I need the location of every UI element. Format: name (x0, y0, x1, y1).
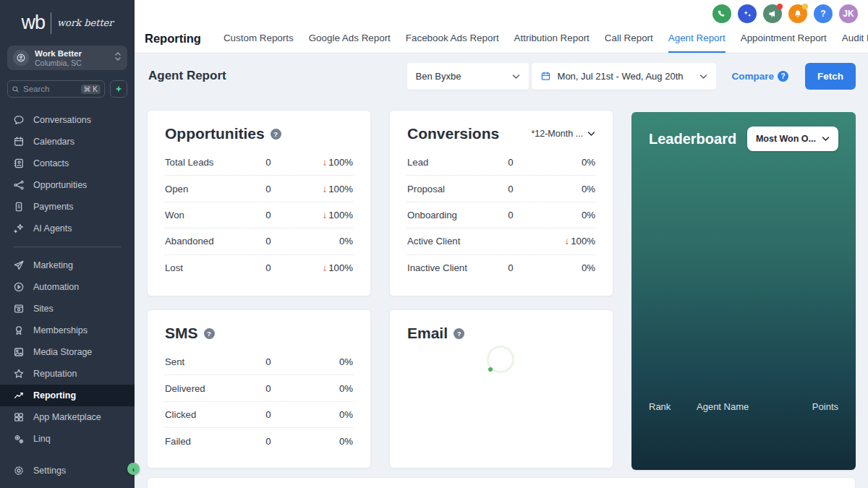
help-button[interactable]: ? (814, 4, 833, 23)
sidebar-item-label: Contacts (33, 158, 69, 168)
notification-dot (777, 4, 783, 9)
sidebar-item-opportunities[interactable]: Opportunities (0, 174, 135, 196)
sidebar-item-label: Marketing (33, 260, 73, 270)
tab-custom-reports[interactable]: Custom Reports (224, 24, 294, 53)
help-icon[interactable]: ? (454, 328, 464, 339)
stat-row: Failed00% (165, 428, 353, 454)
compare-link[interactable]: Compare ? (731, 71, 788, 82)
dollar-document-icon: $ (13, 201, 25, 213)
account-chevron-updown-icon (114, 51, 122, 64)
sidebar: wb work better Work Better Columbia, SC … (0, 0, 135, 488)
sidebar-collapse-button[interactable]: ‹ (127, 463, 140, 475)
sidebar-item-label: Sites (33, 304, 54, 314)
sidebar-divider (13, 247, 122, 247)
email-card: Email? (389, 309, 613, 468)
sidebar-item-app-marketplace[interactable]: App Marketplace (0, 406, 135, 428)
date-range-picker[interactable]: Mon, Jul 21st - Wed, Aug 20th (532, 63, 717, 90)
spark-icon (114, 85, 123, 93)
sidebar-item-media-storage[interactable]: Media Storage (0, 341, 135, 363)
agent-select[interactable]: Ben Byxbe (407, 63, 529, 90)
date-range-value: Mon, Jul 21st - Wed, Aug 20th (558, 71, 684, 82)
phone-button[interactable] (712, 4, 731, 23)
svg-text:$: $ (17, 204, 20, 209)
chevron-down-icon (587, 129, 595, 139)
announcements-button[interactable] (763, 4, 782, 23)
stat-row: Lead0↓0% (407, 150, 595, 176)
search-shortcut: ⌘ K (81, 85, 101, 94)
sidebar-item-ai-agents[interactable]: AI Agents (0, 218, 135, 239)
sidebar-item-label: Media Storage (33, 347, 92, 357)
ai-assistant-button[interactable] (738, 4, 757, 23)
sidebar-item-label: Memberships (33, 325, 88, 335)
search-input[interactable]: Search ⌘ K (7, 80, 105, 98)
sidebar-item-linq[interactable]: Linq (0, 428, 135, 450)
stat-row: Clicked00% (165, 402, 353, 428)
conversions-card: Conversions *12-Month ... Lead0↓0% Propo… (389, 110, 613, 296)
fetch-button[interactable]: Fetch (805, 63, 856, 90)
calendar-icon (540, 71, 551, 82)
sidebar-item-sites[interactable]: Sites (0, 298, 135, 320)
account-location: Columbia, SC (35, 59, 109, 67)
brand-wordmark: work better (57, 17, 114, 28)
conversions-filter-select[interactable]: *12-Month ... (531, 129, 595, 139)
tab-audit-report[interactable]: Audit Report (842, 24, 868, 53)
leaderboard-column-headers: Rank Agent Name Points (649, 401, 838, 412)
help-icon: ? (778, 71, 788, 82)
account-switcher[interactable]: Work Better Columbia, SC (7, 46, 127, 70)
sidebar-item-reputation[interactable]: Reputation (0, 363, 135, 385)
spinner-dot (488, 367, 493, 372)
quick-actions-button[interactable] (110, 80, 127, 98)
megaphone-icon (767, 9, 778, 19)
image-icon (13, 346, 25, 358)
sms-card: SMS? Sent00% Delivered00% Clicked00% Fai… (147, 309, 371, 468)
sidebar-item-reporting[interactable]: Reporting (0, 385, 135, 406)
trend-chart-icon (13, 390, 25, 401)
sidebar-item-payments[interactable]: $ Payments (0, 196, 135, 218)
sidebar-item-label: App Marketplace (33, 412, 101, 422)
stat-row: Lost0↓100% (165, 255, 353, 281)
stat-row: Proposal0↓0% (407, 176, 595, 202)
tab-facebook-ads-report[interactable]: Facebook Ads Report (406, 24, 499, 53)
chevron-down-icon (699, 71, 707, 82)
stat-row: Active Client↓100% (407, 228, 595, 254)
sidebar-item-label: Automation (33, 282, 79, 292)
user-avatar[interactable]: JK (839, 4, 858, 23)
sidebar-item-contacts[interactable]: Contacts (0, 153, 135, 174)
leaderboard-sort-select[interactable]: Most Won O... (747, 127, 838, 151)
card-title: SMS (165, 325, 198, 342)
search-icon (12, 85, 20, 93)
account-avatar-icon (13, 50, 29, 66)
sidebar-item-memberships[interactable]: Memberships (0, 320, 135, 341)
card-title: Email (407, 325, 448, 342)
gear-icon (13, 465, 25, 476)
down-arrow-icon: ↓ (323, 184, 328, 194)
stat-row: Delivered00% (165, 375, 353, 401)
sidebar-item-label: AI Agents (33, 223, 72, 234)
help-icon[interactable]: ? (204, 328, 215, 339)
sidebar-item-label: Reporting (33, 390, 76, 401)
tab-google-ads-report[interactable]: Google Ads Report (309, 24, 391, 53)
tab-appointment-report[interactable]: Appointment Report (741, 24, 827, 53)
question-mark-icon: ? (820, 9, 825, 19)
section-title: Reporting (145, 32, 201, 46)
ai-sparkle-icon (13, 223, 25, 234)
sidebar-item-calendars[interactable]: Calendars (0, 131, 135, 153)
tab-attribution-report[interactable]: Attribution Report (514, 24, 590, 53)
down-arrow-icon: ↓ (323, 157, 328, 168)
notifications-button[interactable] (788, 4, 807, 23)
sidebar-item-automation[interactable]: Automation (0, 276, 135, 298)
tab-call-report[interactable]: Call Report (605, 24, 653, 53)
play-circle-icon (13, 281, 25, 293)
sidebar-item-marketing[interactable]: Marketing (0, 254, 135, 276)
sort-select-value: Most Won O... (756, 134, 816, 144)
sidebar-item-settings[interactable]: Settings (0, 459, 135, 482)
report-tabs: Reporting Custom Reports Google Ads Repo… (145, 24, 868, 53)
sidebar-item-conversations[interactable]: Conversations (0, 109, 135, 131)
sidebar-item-label: Settings (33, 466, 66, 476)
help-icon[interactable]: ? (271, 129, 281, 140)
agent-select-value: Ben Byxbe (416, 71, 461, 82)
chevron-down-icon (512, 71, 520, 82)
tab-agent-report[interactable]: Agent Report (668, 24, 726, 53)
next-section-card (147, 477, 856, 488)
star-icon (13, 368, 25, 380)
